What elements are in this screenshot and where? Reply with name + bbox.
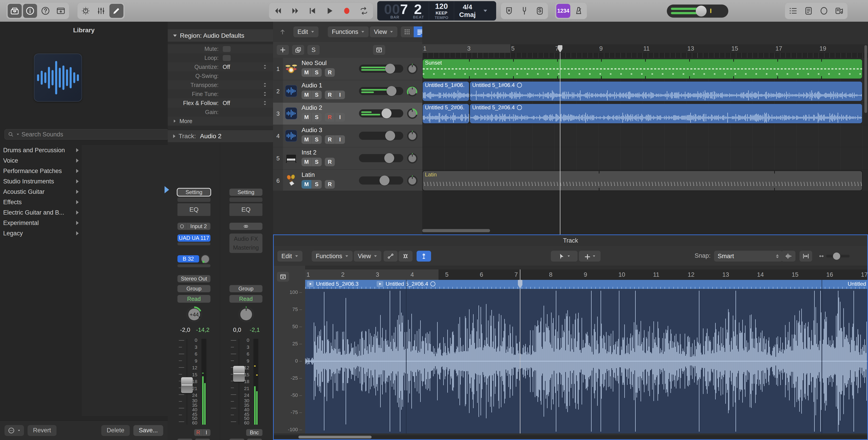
library-toggle-icon[interactable] (8, 4, 22, 18)
editor-marquee-icon[interactable] (399, 251, 412, 262)
forward-button[interactable] (287, 4, 303, 18)
region-blue[interactable]: Untitled 5_2#06. (423, 104, 469, 123)
region-blue[interactable]: Untitled 5_1#06.4 (470, 81, 862, 101)
editor-waveform-zoom-icon[interactable] (781, 251, 796, 262)
track-volume-slider[interactable] (359, 132, 403, 140)
toolbar-toggle-icon[interactable] (54, 4, 68, 18)
volume-thumb[interactable] (385, 131, 395, 141)
library-item-electric-guitar-and-b-[interactable]: Electric Guitar and B... (0, 207, 82, 218)
region-row-stepper[interactable] (263, 101, 267, 105)
track-volume-slider[interactable] (359, 87, 403, 95)
track-record-button[interactable]: R (325, 68, 335, 77)
editor-playhead-marker[interactable] (518, 280, 523, 289)
volume-thumb[interactable] (385, 64, 395, 74)
volume-thumb[interactable] (379, 175, 390, 185)
save-button[interactable]: Save... (133, 425, 163, 436)
track-header-neo-soul[interactable]: 1Neo SoulMSR (273, 58, 422, 80)
arrange-area[interactable]: 135791113151719 SunsetUntitled 5_1#06.Un… (422, 22, 868, 234)
arrange-v-scrollbar[interactable] (864, 45, 867, 113)
record-button[interactable] (339, 4, 355, 18)
track-name[interactable]: Audio 1 (302, 82, 322, 89)
library-item-studio-instruments[interactable]: Studio Instruments (0, 176, 82, 187)
strip-audio-fx-slot[interactable]: Audio FXMastering (229, 234, 262, 253)
cycle-button[interactable] (356, 4, 372, 18)
editor-ruler[interactable]: 1234567891011121314151617 (305, 269, 867, 280)
track-mute-button[interactable]: M (302, 113, 311, 122)
count-in-button[interactable]: 1234 (556, 4, 570, 18)
editor-h-auto-zoom-icon[interactable] (800, 251, 812, 262)
editor-h-scrollbar[interactable] (274, 435, 867, 439)
region-blue[interactable]: Untitled 5_2#06.4 (470, 104, 862, 123)
region-more-row[interactable]: More (168, 116, 273, 126)
track-pan-knob[interactable] (405, 62, 419, 76)
track-pan-knob[interactable] (405, 174, 419, 188)
strip-stereo-format-button[interactable] (229, 223, 262, 230)
track-name[interactable]: Neo Soul (302, 60, 327, 67)
rewind-button[interactable] (270, 4, 286, 18)
editor-snap-dropdown[interactable]: Smart (714, 251, 782, 262)
track-solo-button[interactable]: S (311, 91, 322, 99)
strip-mute-button[interactable]: M (178, 439, 192, 440)
region-row-transpose[interactable]: Transpose: (168, 80, 273, 90)
track-name[interactable]: Audio 2 (302, 104, 322, 111)
track-input-monitor-button[interactable]: I (335, 135, 345, 144)
smart-controls-icon[interactable] (79, 4, 93, 18)
docico-view-icon[interactable] (802, 4, 815, 18)
track-record-button[interactable]: R (325, 158, 335, 166)
mixer-icon[interactable] (94, 4, 108, 18)
editor-pointer-tool-button[interactable] (551, 251, 578, 262)
functions-menu[interactable]: Functions (328, 27, 369, 37)
track-volume-slider[interactable] (359, 65, 403, 73)
strip-plugin-uad[interactable]: UAD UA 117 (178, 234, 211, 242)
track-mute-button[interactable]: M (302, 68, 311, 77)
track-name[interactable]: Audio 3 (302, 127, 322, 134)
editor-flex-icon[interactable] (416, 251, 431, 262)
sbadge-icon[interactable] (533, 4, 547, 18)
track-header-audio-2[interactable]: 3Audio 2MSRI (273, 103, 422, 125)
duplicate-track-button[interactable] (292, 45, 304, 55)
search-sounds-field[interactable]: Search Sounds (4, 129, 168, 140)
region-row-checkbox[interactable] (223, 55, 231, 61)
arrange-lane-2[interactable]: Untitled 5_1#06.Untitled 5_1#06.4 (422, 80, 868, 103)
track-mute-button[interactable]: M (302, 180, 311, 189)
arrange-lane-3[interactable]: Untitled 5_2#06.Untitled 5_2#06.4 (422, 103, 868, 125)
arrange-lane-1[interactable]: Sunset (422, 58, 868, 80)
track-record-button[interactable]: R (325, 113, 335, 122)
fork-icon[interactable] (518, 4, 531, 18)
track-mute-button[interactable]: M (302, 158, 311, 166)
region-play-badge[interactable] (377, 281, 383, 287)
editor-playhead[interactable] (520, 269, 520, 434)
track-solo-button[interactable]: S (311, 113, 322, 122)
track-pan-knob[interactable] (405, 151, 419, 165)
track-record-button[interactable]: R (325, 135, 335, 144)
region-play-badge[interactable] (307, 281, 314, 287)
inspector-toggle-icon[interactable] (23, 4, 37, 18)
region-row-stepper[interactable] (263, 82, 267, 88)
track-input-monitor-button[interactable]: I (335, 91, 345, 99)
library-item-effects[interactable]: Effects (0, 197, 82, 207)
view-menu[interactable]: View (370, 27, 397, 37)
strip-setting-button[interactable]: Setting (229, 189, 262, 196)
region-row-checkbox[interactable] (223, 46, 231, 52)
track-mute-button[interactable]: M (302, 135, 311, 144)
track-record-button[interactable]: R (325, 180, 335, 189)
editor-h-zoom-slider[interactable] (818, 252, 850, 261)
play-button[interactable] (322, 4, 338, 18)
region-row-qswing[interactable]: Q-Swing: (168, 71, 273, 80)
library-item-acoustic-guitar[interactable]: Acoustic Guitar (0, 187, 82, 197)
track-solo-button[interactable]: S (311, 180, 322, 189)
region-row-gain[interactable]: Gain: (168, 107, 273, 116)
region-blue[interactable]: Untitled 5_1#06. (423, 81, 469, 101)
arrange-lane-6[interactable]: Latin (422, 170, 868, 192)
region-row-finetune[interactable]: Fine Tune: (168, 90, 273, 99)
region-green[interactable]: Sunset (423, 59, 862, 78)
xbadge-icon[interactable] (502, 4, 516, 18)
editor-region-label[interactable]: Untitled 5_2#06.3 (307, 281, 359, 287)
track-volume-slider[interactable] (359, 154, 403, 162)
lcd-chevron-icon[interactable] (481, 1, 490, 21)
gotobegin-button[interactable] (305, 4, 320, 18)
playhead-marker[interactable] (557, 45, 563, 53)
editor-waveform-area[interactable] (305, 289, 867, 434)
editor-edit-menu[interactable]: Edit (277, 251, 303, 262)
editor-functions-menu[interactable]: Functions (312, 251, 352, 262)
